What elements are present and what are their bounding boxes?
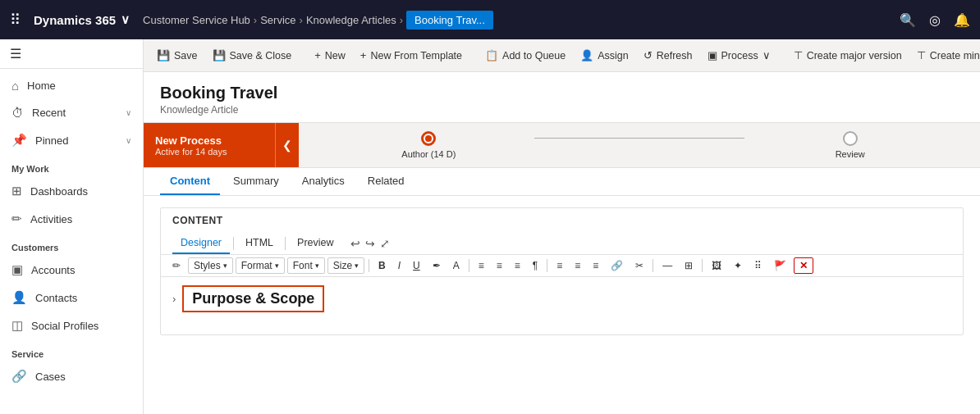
new-button[interactable]: + New [308,46,352,65]
source-button[interactable]: ⠿ [749,258,767,273]
editor-history-controls: ↩ ↪ ⤢ [350,237,390,250]
sidebar-item-contacts[interactable]: 👤 Contacts [0,284,143,312]
sidebar-item-accounts[interactable]: ▣ Accounts [0,256,143,284]
notifications-icon[interactable]: 🔔 [954,12,970,28]
process-new-stage[interactable]: New Process Active for 14 days [144,123,275,167]
create-major-button[interactable]: ⊤ Create major version [787,46,909,65]
toolbar-sep-3 [547,259,547,272]
assign-icon: 👤 [580,49,593,61]
special-char-button[interactable]: ✦ [729,258,747,273]
process-step-review[interactable]: Review [744,131,955,159]
refresh-cmd-icon: ↺ [643,49,653,61]
link-button[interactable]: 🔗 [606,258,628,273]
paragraph-button[interactable]: ¶ [528,258,543,273]
mywork-section-label: My Work [0,154,143,177]
close-editor-button[interactable]: ✕ [794,257,813,274]
styles-dropdown[interactable]: Styles ▾ [188,257,233,274]
size-dropdown[interactable]: Size ▾ [327,257,364,274]
font-color-button[interactable]: A [448,258,465,273]
refresh-button[interactable]: ↺ Refresh [637,46,699,65]
format-dropdown[interactable]: Format ▾ [236,257,285,274]
undo-button[interactable]: ↩ [350,237,360,250]
redo-button[interactable]: ↪ [365,237,375,250]
breadcrumb-item-csh[interactable]: Customer Service Hub [143,14,250,26]
new-template-icon: + [360,49,367,61]
toolbar-sep-2 [469,259,469,272]
tab-analytics[interactable]: Analytics [292,168,355,195]
tab-content[interactable]: Content [160,168,220,195]
breadcrumb-item-ka[interactable]: Knowledge Articles [306,14,396,26]
sidebar-item-cases[interactable]: 🔗 Cases [0,362,143,390]
sidebar-label-contacts: Contacts [35,292,77,304]
sidebar-item-pinned[interactable]: 📌 Pinned ∨ [0,126,143,154]
editor-tab-designer[interactable]: Designer [172,233,230,254]
queue-label: Add to Queue [502,50,566,61]
rule-button[interactable]: — [657,258,677,273]
underline-button[interactable]: U [408,258,425,273]
sidebar-label-accounts: Accounts [31,264,75,276]
search-icon[interactable]: 🔍 [900,12,916,28]
add-to-queue-button[interactable]: 📋 Add to Queue [479,46,572,65]
sidebar-item-recent[interactable]: ⏱ Recent ∨ [0,99,143,126]
process-step-author[interactable]: Author (14 D) [323,131,534,159]
font-label: Font [293,260,313,271]
waffle-icon[interactable]: ⠿ [10,11,21,29]
sidebar-item-social-profiles[interactable]: ◫ Social Profiles [0,312,143,339]
brand-logo[interactable]: Dynamics 365 ∨ [34,12,130,27]
process-new-sub: Active for 14 days [155,147,263,157]
align-left-button[interactable]: ≡ [474,258,489,273]
align-center-button[interactable]: ≡ [492,258,507,273]
tab-related[interactable]: Related [358,168,414,195]
highlight-button[interactable]: ✒ [428,258,446,273]
process-label: Process [721,50,758,61]
command-bar: 💾 Save 💾 Save & Close + New + New From T… [144,39,980,72]
breadcrumb-sep-2: › [300,14,303,26]
flag-button[interactable]: 🚩 [769,258,791,273]
editor-tab-html[interactable]: HTML [237,233,282,254]
font-dropdown[interactable]: Font ▾ [287,257,325,274]
process-chevron-icon: ∨ [762,49,771,61]
styles-arrow-icon: ▾ [223,262,227,270]
editor-heading-text[interactable]: Purpose & Scope [182,285,324,312]
sidebar-hamburger-icon[interactable]: ☰ [10,46,21,61]
breadcrumb-item-active[interactable]: Booking Trav... [406,11,493,30]
breadcrumb-item-service[interactable]: Service [260,14,295,26]
brand-chevron-icon: ∨ [121,12,130,27]
editor-body[interactable]: › Purpose & Scope [161,277,963,334]
table-button[interactable]: ⊞ [680,258,698,273]
article-title: Booking Travel [160,84,964,102]
sidebar-item-dashboards[interactable]: ⊞ Dashboards [0,177,143,205]
editor-tab-preview[interactable]: Preview [289,233,341,254]
cut-button[interactable]: ✂ [630,258,648,273]
sidebar-item-activities[interactable]: ✏ Activities [0,205,143,233]
nav-right-icons: 🔍 ◎ 🔔 [900,12,970,28]
major-icon: ⊤ [794,49,803,61]
process-step-author-label: Author (14 D) [401,149,456,159]
process-collapse-button[interactable]: ❮ [275,123,299,167]
save-button[interactable]: 💾 Save [150,46,204,65]
assign-button[interactable]: 👤 Assign [574,46,635,65]
create-minor-button[interactable]: ⊤ Create minor [910,46,980,65]
process-button[interactable]: ▣ Process ∨ [701,46,777,65]
assign-label: Assign [598,50,629,61]
new-icon: + [314,49,321,61]
image-button[interactable]: 🖼 [707,258,726,273]
bold-button[interactable]: B [373,258,391,273]
new-from-template-button[interactable]: + New From Template [354,46,469,65]
italic-button[interactable]: I [393,258,405,273]
list-ol-button[interactable]: ≡ [570,258,585,273]
align-right-button[interactable]: ≡ [510,258,525,273]
tab-summary[interactable]: Summary [223,168,289,195]
refresh-icon[interactable]: ◎ [929,12,941,28]
save-close-button[interactable]: 💾 Save & Close [206,46,299,65]
expand-button[interactable]: ⤢ [380,237,390,250]
sidebar-item-home[interactable]: ⌂ Home [0,72,143,99]
toolbar-pencil-icon[interactable]: ✏ [167,258,185,273]
process-step-author-circle [421,131,436,146]
customers-section-label: Customers [0,233,143,256]
indent-button[interactable]: ≡ [588,258,603,273]
process-icon: ▣ [708,49,717,61]
process-step-review-circle [843,131,858,146]
list-ul-button[interactable]: ≡ [552,258,567,273]
format-arrow-icon: ▾ [275,262,279,270]
